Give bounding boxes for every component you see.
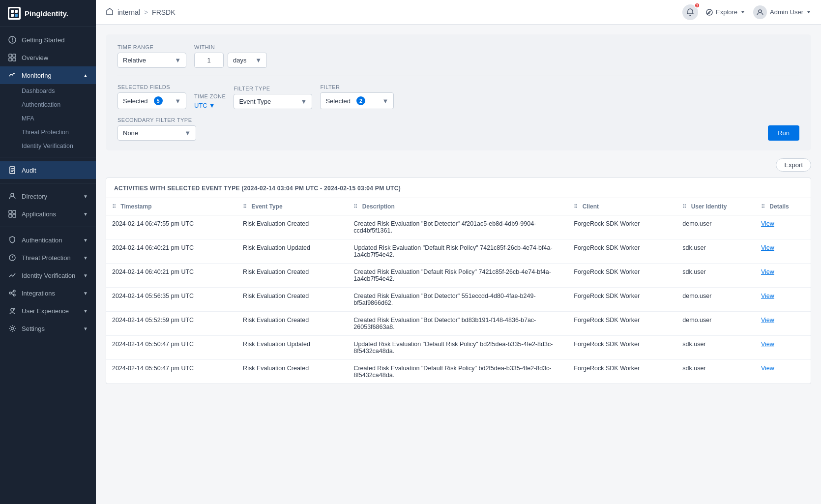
applications-label: Applications xyxy=(22,210,83,218)
cell-event-type-4: Risk Evaluation Created xyxy=(237,312,348,336)
explore-button[interactable]: Explore xyxy=(706,8,745,16)
view-link-5[interactable]: View xyxy=(761,341,774,348)
authentication-arrow: ▼ xyxy=(83,237,88,243)
within-unit-select[interactable]: days ▼ xyxy=(228,53,267,68)
sidebar-sub-identity-verification[interactable]: Identity Verification xyxy=(22,139,96,153)
sidebar-item-audit[interactable]: Audit xyxy=(0,161,96,179)
sidebar-item-threat-protection[interactable]: Threat Protection ▼ xyxy=(0,249,96,267)
authentication-label: Authentication xyxy=(22,237,83,244)
header: internal > FRSDK 1 Explore Admin User xyxy=(96,0,821,25)
cell-client-4: ForgeRock SDK Worker xyxy=(568,312,676,336)
svg-rect-16 xyxy=(13,210,16,213)
view-link-0[interactable]: View xyxy=(761,220,774,227)
settings-label: Settings xyxy=(22,325,83,332)
sidebar-item-authentication[interactable]: Authentication ▼ xyxy=(0,231,96,249)
filter-group: FILTER Selected 2 ▼ xyxy=(320,84,394,109)
view-link-2[interactable]: View xyxy=(761,268,774,275)
col-client: ⠿ Client xyxy=(568,198,676,215)
cell-details-5: View xyxy=(755,336,811,360)
filter-arrow: ▼ xyxy=(382,97,389,105)
within-value-input[interactable] xyxy=(194,53,224,68)
notification-bell[interactable]: 1 xyxy=(682,4,698,20)
cell-client-0: ForgeRock SDK Worker xyxy=(568,215,676,239)
cell-description-6: Created Risk Evaluation "Default Risk Po… xyxy=(348,360,568,384)
svg-point-23 xyxy=(13,290,15,292)
sidebar-sub-dashboards[interactable]: Dashboards xyxy=(22,84,96,98)
threat-protection-label: Threat Protection xyxy=(22,254,83,262)
filter-value: Selected xyxy=(325,97,351,105)
user-menu-button[interactable]: Admin User xyxy=(753,5,811,19)
sidebar-item-integrations[interactable]: Integrations ▼ xyxy=(0,284,96,302)
divider-2 xyxy=(0,183,96,183)
directory-icon xyxy=(8,192,17,201)
col-description-label: Description xyxy=(362,203,395,210)
view-link-1[interactable]: View xyxy=(761,244,774,251)
sidebar-item-applications[interactable]: Applications ▼ xyxy=(0,205,96,223)
sidebar-item-settings[interactable]: Settings ▼ xyxy=(0,320,96,337)
filter-type-group: FILTER TYPE Event Type ▼ xyxy=(234,86,312,109)
col-timestamp: ⠿ Timestamp xyxy=(106,198,237,215)
filter-row-3: SECONDARY FILTER TYPE None ▼ Run xyxy=(117,117,799,141)
sidebar-item-identity-verification[interactable]: Identity Verification ▼ xyxy=(0,267,96,284)
divider-1 xyxy=(0,157,96,157)
filter-select[interactable]: Selected 2 ▼ xyxy=(320,92,394,109)
sidebar-sub-authentication[interactable]: Authentication xyxy=(22,98,96,112)
svg-point-30 xyxy=(759,10,762,13)
cell-description-5: Updated Risk Evaluation "Default Risk Po… xyxy=(348,336,568,360)
svg-rect-18 xyxy=(13,214,16,217)
timezone-value: UTC xyxy=(194,102,207,109)
cell-description-3: Created Risk Evaluation "Bot Detector" 5… xyxy=(348,288,568,312)
within-unit-arrow: ▼ xyxy=(255,57,262,64)
notification-badge: 1 xyxy=(694,2,700,8)
time-range-select[interactable]: Relative ▼ xyxy=(117,53,186,68)
sidebar-sub-mfa[interactable]: MFA xyxy=(22,112,96,125)
view-link-3[interactable]: View xyxy=(761,293,774,299)
monitoring-arrow: ▲ xyxy=(83,73,88,78)
table-row: 2024-02-14 05:56:35 pm UTC Risk Evaluati… xyxy=(106,288,811,312)
directory-arrow: ▼ xyxy=(83,194,88,199)
cell-user-identity-0: demo.user xyxy=(676,215,755,239)
sidebar-sub-threat-protection[interactable]: Threat Protection xyxy=(22,125,96,139)
view-link-4[interactable]: View xyxy=(761,317,774,324)
explore-label: Explore xyxy=(716,8,737,16)
selected-fields-arrow: ▼ xyxy=(175,97,181,105)
col-drag-timestamp: ⠿ xyxy=(112,204,116,209)
selected-fields-badge: 5 xyxy=(154,96,163,105)
within-label: WITHIN xyxy=(194,44,267,50)
breadcrumb: internal > FRSDK xyxy=(106,7,682,17)
col-user-identity: ⠿ User Identity xyxy=(676,198,755,215)
cell-event-type-1: Risk Evaluation Updated xyxy=(237,239,348,264)
filter-type-select[interactable]: Event Type ▼ xyxy=(234,94,312,109)
view-link-6[interactable]: View xyxy=(761,365,774,372)
cell-details-3: View xyxy=(755,288,811,312)
cell-event-type-6: Risk Evaluation Created xyxy=(237,360,348,384)
identity-verification-arrow: ▼ xyxy=(83,273,88,278)
timezone-select[interactable]: UTC ▼ xyxy=(194,102,226,109)
svg-point-27 xyxy=(11,308,14,311)
svg-rect-3 xyxy=(11,14,14,17)
sidebar-item-getting-started[interactable]: Getting Started xyxy=(0,31,96,49)
identity-verification-icon xyxy=(8,271,17,280)
export-button[interactable]: Export xyxy=(776,158,811,172)
filter-type-arrow: ▼ xyxy=(301,98,307,105)
sidebar-item-monitoring[interactable]: Monitoring ▲ xyxy=(0,66,96,84)
col-description: ⠿ Description xyxy=(348,198,568,215)
sidebar-item-user-experience[interactable]: User Experience ▼ xyxy=(0,302,96,320)
sidebar-item-overview[interactable]: Overview xyxy=(0,49,96,66)
sidebar-item-directory[interactable]: Directory ▼ xyxy=(0,187,96,205)
breadcrumb-internal[interactable]: internal xyxy=(117,8,140,16)
col-drag-event-type: ⠿ xyxy=(243,204,247,209)
cell-event-type-3: Risk Evaluation Created xyxy=(237,288,348,312)
col-user-identity-label: User Identity xyxy=(691,203,727,210)
secondary-filter-select[interactable]: None ▼ xyxy=(117,125,196,141)
svg-rect-9 xyxy=(13,58,16,61)
col-drag-client: ⠿ xyxy=(574,204,578,209)
app-logo: PingIdentity. xyxy=(0,0,96,27)
svg-line-25 xyxy=(11,292,13,293)
table-header-row: ⠿ Timestamp ⠿ Event Type ⠿ Description xyxy=(106,198,811,215)
selected-fields-select[interactable]: Selected 5 ▼ xyxy=(117,92,186,109)
selected-fields-value: Selected xyxy=(123,97,148,105)
time-range-value: Relative xyxy=(123,57,146,64)
run-button[interactable]: Run xyxy=(768,125,799,141)
threat-protection-arrow: ▼ xyxy=(83,255,88,261)
